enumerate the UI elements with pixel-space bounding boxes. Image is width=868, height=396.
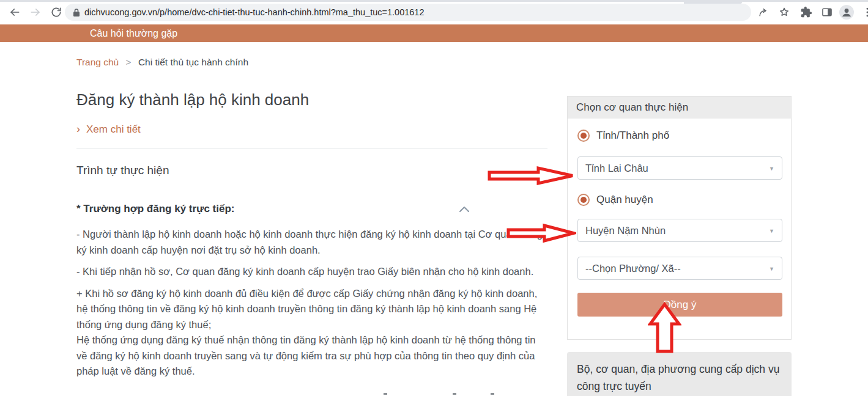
paragraph: - Khi tiếp nhận hồ sơ, Cơ quan đăng ký k… xyxy=(76,264,549,280)
breadcrumb-current: Chi tiết thủ tục hành chính xyxy=(138,57,248,67)
caret-down-icon: ▼ xyxy=(769,219,774,243)
ward-select[interactable]: --Chọn Phường/ Xã-- ▼ xyxy=(577,257,782,280)
url-text[interactable]: dichvucong.gov.vn/p/home/dvc-chi-tiet-th… xyxy=(84,4,425,21)
address-bar[interactable]: dichvucong.gov.vn/p/home/dvc-chi-tiet-th… xyxy=(65,4,751,21)
breadcrumb-home-link[interactable]: Trang chủ xyxy=(76,57,119,67)
view-detail-label: Xem chi tiết xyxy=(86,123,141,135)
radio-province-label: Tỉnh/Thành phố xyxy=(596,130,669,142)
screen: dichvucong.gov.vn/p/home/dvc-chi-tiet-th… xyxy=(0,0,868,396)
radio-district-label: Quận huyện xyxy=(596,194,653,206)
agency-selector-panel: Chọn cơ quan thực hiện Tỉnh/Thành phố Tỉ… xyxy=(567,96,792,340)
district-select[interactable]: Huyện Nậm Nhùn ▼ xyxy=(577,219,782,242)
caret-down-icon: ▼ xyxy=(769,257,774,280)
bookmark-star-icon[interactable] xyxy=(778,6,790,18)
district-select-value: Huyện Nậm Nhùn xyxy=(585,225,666,236)
chevron-right-icon: › xyxy=(76,123,80,135)
nav-item-faq[interactable]: Câu hỏi thường gặp xyxy=(90,24,177,42)
page-title: Đăng ký thành lập hộ kinh doanh xyxy=(76,90,309,109)
menu-dots-icon[interactable] xyxy=(861,6,868,18)
section-divider xyxy=(76,148,547,148)
side-panel-icon[interactable] xyxy=(821,6,833,18)
share-icon[interactable] xyxy=(757,6,770,18)
radio-district[interactable] xyxy=(577,194,590,206)
radio-row-province[interactable]: Tỉnh/Thành phố xyxy=(577,130,669,142)
province-select[interactable]: Tỉnh Lai Châu ▼ xyxy=(577,156,782,180)
breadcrumb: Trang chủ > Chi tiết thủ tục hành chính xyxy=(76,57,248,68)
radio-province[interactable] xyxy=(577,130,590,142)
profile-avatar[interactable] xyxy=(839,5,854,20)
section-title: Trình tự thực hiện xyxy=(76,164,169,177)
site-navbar: Câu hỏi thường gặp xyxy=(0,24,868,42)
ward-select-placeholder: --Chọn Phường/ Xã-- xyxy=(585,263,681,274)
province-select-value: Tỉnh Lai Châu xyxy=(585,163,648,174)
radio-row-district[interactable]: Quận huyện xyxy=(577,194,653,206)
annotation-arrow-province xyxy=(488,166,575,186)
panel-title: Chọn cơ quan thực hiện xyxy=(568,97,791,119)
back-icon[interactable] xyxy=(9,6,21,18)
clipped-text-fragment xyxy=(453,393,456,395)
forward-icon[interactable] xyxy=(29,6,42,18)
paragraph: + Khi hồ sơ đăng ký hộ kinh doanh đủ điề… xyxy=(76,286,549,333)
providers-panel[interactable]: Bộ, cơ quan, địa phương cung cấp dịch vụ… xyxy=(567,352,792,396)
paragraph: - Người thành lập hộ kinh doanh hoặc hộ … xyxy=(76,227,549,258)
paragraph: Hệ thống ứng dụng đăng ký thuế nhận thôn… xyxy=(76,332,549,380)
view-detail-link[interactable]: ›Xem chi tiết xyxy=(76,123,141,136)
procedure-text: - Người thành lập hộ kinh doanh hoặc hộ … xyxy=(76,227,549,380)
caret-down-icon: ▼ xyxy=(769,157,774,180)
clipped-text-fragment xyxy=(491,393,494,395)
clipped-text-fragment xyxy=(384,393,387,395)
reload-icon[interactable] xyxy=(50,6,62,18)
browser-toolbar: dichvucong.gov.vn/p/home/dvc-chi-tiet-th… xyxy=(0,0,868,24)
collapse-chevron-up-icon[interactable] xyxy=(459,205,470,213)
lock-icon xyxy=(73,8,80,17)
extensions-puzzle-icon[interactable] xyxy=(800,6,812,18)
subsection-title: * Trường hợp đăng ký trực tiếp: xyxy=(76,203,547,215)
agree-button[interactable]: Đồng ý xyxy=(577,293,782,317)
person-icon xyxy=(839,5,854,20)
breadcrumb-separator: > xyxy=(126,57,132,67)
